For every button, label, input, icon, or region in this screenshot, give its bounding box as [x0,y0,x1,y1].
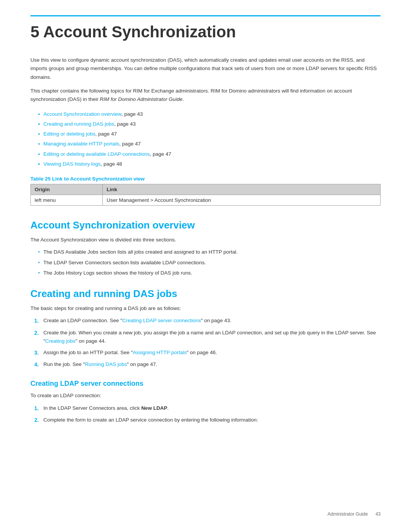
toc-item-3: Editing or deleting jobs, page 47 [38,130,381,138]
toc-page-5: , page 47 [150,151,171,157]
toc-page-1: , page 43 [121,111,143,117]
running-das-link[interactable]: Running DAS jobs [85,361,127,367]
footer-page-number: 43 [376,511,381,517]
toc-page-3: , page 47 [96,131,117,137]
toc-item-1: Account Synchronization overview, page 4… [38,110,381,118]
footer-guide-text: Administrator Guide [328,511,368,517]
toc-link-2[interactable]: Creating and running DAS jobs [43,121,114,127]
toc-page-2: , page 43 [114,121,135,127]
ldap-step-num-2: 2. [34,416,43,425]
creating-step-1: 1. Create an LDAP connection. See "Creat… [34,316,381,325]
table-header-origin: Origin [31,184,103,195]
creating-ldap-section: Creating LDAP server connections To crea… [30,380,381,424]
table-cell-origin: left menu [31,195,103,206]
toc-item-5: Editing or deleting available LDAP conne… [38,150,381,158]
step-text-1: Create an LDAP connection. See "Creating… [43,316,381,325]
toc-item-4: Managing available HTTP portals, page 47 [38,140,381,148]
toc-link-6[interactable]: Viewing DAS history logs [43,161,101,167]
page-footer: Administrator Guide 43 [328,511,381,517]
overview-section: Account Synchronization overview The Acc… [30,219,381,277]
overview-intro: The Account Synchronization view is divi… [30,236,381,244]
overview-bullet-1: The DAS Available Jobs section lists all… [38,248,381,256]
ldap-step-text-1: In the LDAP Server Connectors area, clic… [43,404,381,412]
step-num-4: 4. [34,360,43,369]
ldap-step-text-2: Complete the form to create an LDAP serv… [43,416,381,424]
table-header-link: Link [103,184,381,195]
step-text-4: Run the job. See "Running DAS jobs" on p… [43,360,381,369]
assigning-http-link[interactable]: Assigning HTTP portals [133,350,187,355]
overview-heading: Account Synchronization overview [30,219,381,231]
toc-page-4: , page 47 [119,141,140,147]
creating-intro: The basic steps for creating and running… [30,304,381,313]
table-header-row: Origin Link [31,184,381,195]
intro-paragraph-2: This chapter contains the following topi… [30,87,381,104]
link-table: Origin Link left menu User Management > … [30,184,381,206]
step-num-2: 2. [34,329,43,337]
creating-ldap-link[interactable]: Creating LDAP server connections [122,318,201,323]
toc-link-4[interactable]: Managing available HTTP portals [43,141,119,147]
table-row: left menu User Management > Account Sync… [31,195,381,206]
toc-list: Account Synchronization overview, page 4… [38,110,381,169]
table-cell-link: User Management > Account Synchronizatio… [103,195,381,206]
italic-book-title: RIM for Domino Administrator Guide [100,96,182,102]
creating-step-3: 3. Assign the job to an HTTP portal. See… [34,348,381,357]
chapter-title: 5 Account Synchronization [30,23,381,41]
new-ldap-bold: New LDAP [141,405,167,411]
chapter-number: 5 [30,23,39,41]
step-num-1: 1. [34,316,43,325]
creating-step-4: 4. Run the job. See "Running DAS jobs" o… [34,360,381,369]
creating-step-2: 2. Create the job. When you create a new… [34,329,381,346]
creating-jobs-link[interactable]: Creating jobs [45,338,76,344]
toc-link-1[interactable]: Account Synchronization overview [43,111,121,117]
creating-ldap-intro: To create an LDAP connection: [30,391,381,400]
ldap-step-2: 2. Complete the form to create an LDAP s… [34,416,381,425]
chapter-title-text: Account Synchronization [43,23,236,41]
toc-link-3[interactable]: Editing or deleting jobs [43,131,96,137]
table-caption: Table 25 Link to Account Synchronization… [30,176,381,182]
page-container: 5 Account Synchronization Use this view … [0,0,411,532]
creating-steps: 1. Create an LDAP connection. See "Creat… [34,316,381,369]
step-num-3: 3. [34,348,43,357]
creating-ldap-heading: Creating LDAP server connections [30,380,381,388]
overview-bullet-3: The Jobs History Logs section shows the … [38,269,381,277]
step-text-2: Create the job. When you create a new jo… [43,329,381,346]
toc-link-5[interactable]: Editing or deleting available LDAP conne… [43,151,150,157]
overview-bullet-2: The LDAP Server Connectors section lists… [38,259,381,267]
creating-ldap-steps: 1. In the LDAP Server Connectors area, c… [34,404,381,425]
ldap-step-num-1: 1. [34,404,43,413]
toc-page-6: , page 48 [101,161,122,167]
toc-item-6: Viewing DAS history logs, page 48 [38,160,381,168]
creating-section: Creating and running DAS jobs The basic … [30,288,381,369]
overview-bullets: The DAS Available Jobs section lists all… [38,248,381,277]
ldap-step-1: 1. In the LDAP Server Connectors area, c… [34,404,381,413]
creating-heading: Creating and running DAS jobs [30,288,381,300]
chapter-title-container: 5 Account Synchronization [30,15,381,41]
step-text-3: Assign the job to an HTTP portal. See "A… [43,348,381,357]
toc-item-2: Creating and running DAS jobs, page 43 [38,120,381,128]
intro-paragraph-1: Use this view to configure dynamic accou… [30,56,381,81]
